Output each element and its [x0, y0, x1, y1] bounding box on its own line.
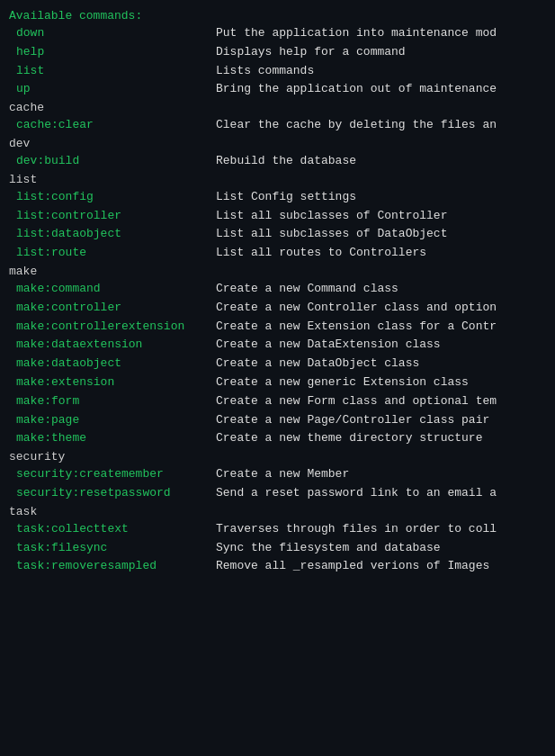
- command-name: list: [9, 62, 216, 81]
- command-line: listLists commands: [0, 62, 555, 81]
- command-line: list:controllerList all subclasses of Co…: [0, 207, 555, 226]
- command-name: task:collecttext: [9, 520, 216, 539]
- command-desc: Sync the filesystem and database: [216, 539, 441, 558]
- command-desc: Put the application into maintenance mod: [216, 24, 497, 43]
- command-desc: Remove all _resampled verions of Images: [216, 557, 489, 576]
- command-name: list:config: [9, 188, 216, 207]
- command-desc: Create a new DataObject class: [216, 355, 419, 374]
- command-desc: Rebuild the database: [216, 152, 356, 171]
- command-line: task:filesyncSync the filesystem and dat…: [0, 539, 555, 558]
- terminal-output: Available commands: downPut the applicat…: [0, 0, 555, 583]
- command-name: make:theme: [9, 429, 216, 448]
- command-desc: Create a new DataExtension class: [216, 336, 441, 355]
- command-line: task:removeresampledRemove all _resample…: [0, 557, 555, 576]
- command-line: list:dataobjectList all subclasses of Da…: [0, 225, 555, 244]
- command-desc: List all subclasses of DataObject: [216, 225, 447, 244]
- command-line: security:resetpasswordSend a reset passw…: [0, 484, 555, 503]
- command-line: task:collecttextTraverses through files …: [0, 520, 555, 539]
- group-task: task: [0, 503, 555, 520]
- command-desc: Bring the application out of maintenance: [216, 80, 497, 99]
- command-name: list:route: [9, 244, 216, 263]
- command-desc: Create a new Page/Controller class pair: [216, 411, 489, 430]
- command-name: make:controllerextension: [9, 318, 216, 337]
- command-name: make:page: [9, 411, 216, 430]
- command-desc: Lists commands: [216, 62, 314, 81]
- command-name: cache:clear: [9, 116, 216, 135]
- command-name: make:controller: [9, 299, 216, 318]
- group-dev: dev: [0, 135, 555, 152]
- command-line: make:dataobjectCreate a new DataObject c…: [0, 355, 555, 374]
- command-name: task:removeresampled: [9, 557, 216, 576]
- group-cache: cache: [0, 99, 555, 116]
- command-line: helpDisplays help for a command: [0, 43, 555, 62]
- header-label: Available commands:: [0, 7, 555, 24]
- command-line: make:formCreate a new Form class and opt…: [0, 392, 555, 411]
- command-name: list:dataobject: [9, 225, 216, 244]
- command-name: make:extension: [9, 374, 216, 392]
- command-line: security:creatememberCreate a new Member: [0, 465, 555, 484]
- command-desc: Create a new Form class and optional tem: [216, 392, 497, 411]
- command-desc: Create a new Member: [216, 465, 349, 484]
- command-line: make:dataextensionCreate a new DataExten…: [0, 336, 555, 355]
- command-desc: Traverses through files in order to coll: [216, 520, 497, 539]
- command-name: down: [9, 24, 216, 43]
- command-name: make:dataobject: [9, 355, 216, 374]
- command-name: make:command: [9, 280, 216, 299]
- command-desc: Create a new Controller class and option: [216, 299, 497, 318]
- command-desc: Clear the cache by deleting the files an: [216, 116, 497, 135]
- command-desc: Create a new Extension class for a Contr: [216, 318, 497, 337]
- command-name: list:controller: [9, 207, 216, 226]
- command-desc: Displays help for a command: [216, 43, 406, 62]
- command-name: dev:build: [9, 152, 216, 171]
- command-line: make:pageCreate a new Page/Controller cl…: [0, 411, 555, 430]
- command-line: list:configList Config settings: [0, 188, 555, 207]
- command-line: cache:clearClear the cache by deleting t…: [0, 116, 555, 135]
- group-security: security: [0, 448, 555, 465]
- group-make: make: [0, 263, 555, 280]
- command-name: up: [9, 80, 216, 99]
- command-line: upBring the application out of maintenan…: [0, 80, 555, 99]
- command-desc: Create a new Command class: [216, 280, 398, 299]
- command-desc: Create a new generic Extension class: [216, 374, 469, 392]
- command-desc: Create a new theme directory structure: [216, 429, 482, 448]
- command-line: make:commandCreate a new Command class: [0, 280, 555, 299]
- command-name: help: [9, 43, 216, 62]
- command-line: dev:buildRebuild the database: [0, 152, 555, 171]
- command-desc: List Config settings: [216, 188, 356, 207]
- command-desc: Send a reset password link to an email a: [216, 484, 497, 503]
- group-list: list: [0, 171, 555, 188]
- command-name: security:resetpassword: [9, 484, 216, 503]
- command-line: make:controllerextensionCreate a new Ext…: [0, 318, 555, 337]
- command-line: make:controllerCreate a new Controller c…: [0, 299, 555, 318]
- command-line: make:extensionCreate a new generic Exten…: [0, 374, 555, 392]
- command-name: security:createmember: [9, 465, 216, 484]
- command-line: make:themeCreate a new theme directory s…: [0, 429, 555, 448]
- command-name: make:dataextension: [9, 336, 216, 355]
- command-line: downPut the application into maintenance…: [0, 24, 555, 43]
- command-name: make:form: [9, 392, 216, 411]
- command-desc: List all routes to Controllers: [216, 244, 426, 263]
- command-line: list:routeList all routes to Controllers: [0, 244, 555, 263]
- command-desc: List all subclasses of Controller: [216, 207, 447, 226]
- command-name: task:filesync: [9, 539, 216, 558]
